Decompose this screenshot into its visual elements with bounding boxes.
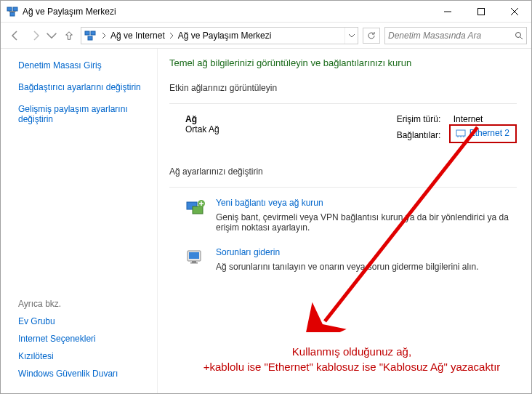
sidebar-item-sharing[interactable]: Gelişmiş paylaşım ayarlarını değiştirin [18, 104, 153, 124]
address-dropdown[interactable] [344, 28, 358, 44]
chevron-right-icon[interactable] [99, 33, 109, 39]
svg-rect-8 [456, 130, 465, 136]
network-name: Ağ [185, 114, 219, 124]
search-input[interactable] [385, 31, 512, 41]
connections-label: Bağlantılar: [397, 130, 454, 140]
window-title: Ağ ve Paylaşım Merkezi [23, 7, 431, 17]
action-desc: Ağ sorunlarını tanılayın ve onarın veya … [216, 262, 479, 272]
breadcrumb-segment[interactable]: Ağ ve Paylaşım Merkezi [177, 31, 273, 41]
sidebar: Denetim Masası Giriş Bağdaştırıcı ayarla… [1, 49, 158, 393]
maximize-button[interactable] [464, 1, 498, 23]
action-desc: Geniş bant, çevirmeli veya VPN bağlantıs… [216, 212, 517, 233]
divider [169, 103, 517, 104]
breadcrumb-segment[interactable]: Ağ ve Internet [109, 31, 166, 41]
svg-rect-0 [7, 7, 12, 11]
active-networks-heading: Etkin ağlarınızı görüntüleyin [169, 83, 517, 93]
page-title: Temel ağ bilgilerinizi görüntüleyin ve b… [169, 57, 517, 68]
svg-rect-1 [13, 7, 17, 11]
network-block: Ağ Ortak Ağ Erişim türü: Internet Bağlan… [169, 114, 517, 146]
svg-rect-10 [193, 206, 203, 214]
change-settings-heading: Ağ ayarlarınızı değiştirin [169, 166, 517, 177]
up-button[interactable] [60, 27, 78, 44]
connection-highlight-box: Ethernet 2 [449, 124, 517, 143]
annotation-line: Kullanmış olduğunuz ağ, [180, 344, 524, 359]
search-box[interactable] [384, 27, 527, 44]
svg-rect-14 [192, 261, 196, 262]
access-type-value: Internet [454, 114, 483, 124]
network-center-icon [84, 30, 96, 41]
action-title[interactable]: Sorunları giderin [216, 247, 479, 257]
svg-rect-5 [91, 31, 95, 35]
title-bar: Ağ ve Paylaşım Merkezi [1, 1, 531, 23]
access-type-label: Erişim türü: [397, 114, 454, 124]
annotation-line: +kablolu ise "Ethernet" kablosuz ise "Ka… [180, 359, 524, 374]
network-center-icon [7, 6, 18, 17]
address-bar[interactable]: Ağ ve Internet Ağ ve Paylaşım Merkezi [81, 27, 358, 44]
svg-rect-13 [189, 252, 199, 259]
connection-link[interactable]: Ethernet 2 [469, 128, 509, 138]
sidebar-item-inetopt[interactable]: Internet Seçenekleri [18, 334, 153, 344]
content-pane: Temel ağ bilgilerinizi görüntüleyin ve b… [158, 49, 531, 393]
history-dropdown[interactable] [46, 25, 57, 46]
svg-rect-6 [88, 36, 92, 40]
divider [169, 187, 517, 188]
sidebar-item-firewall[interactable]: Windows Güvenlik Duvarı [18, 369, 153, 379]
nav-bar: Ağ ve Internet Ağ ve Paylaşım Merkezi [1, 23, 531, 49]
chevron-right-icon[interactable] [166, 33, 177, 39]
svg-point-7 [516, 32, 521, 37]
svg-rect-2 [10, 12, 15, 16]
action-troubleshoot: Sorunları giderin Ağ sorunlarını tanılay… [169, 247, 517, 272]
sidebar-item-irda[interactable]: Kızılötesi [18, 351, 153, 361]
sidebar-item-adapter[interactable]: Bağdaştırıcı ayarlarını değiştirin [18, 82, 153, 92]
network-type: Ortak Ağ [185, 124, 219, 134]
sidebar-item-home[interactable]: Denetim Masası Giriş [18, 60, 153, 71]
new-connection-icon [185, 198, 206, 218]
ethernet-icon [455, 127, 467, 139]
see-also-heading: Ayrıca bkz. [18, 299, 153, 309]
action-title[interactable]: Yeni bağlantı veya ağ kurun [216, 198, 517, 208]
refresh-button[interactable] [363, 28, 380, 44]
close-button[interactable] [498, 1, 531, 23]
svg-rect-3 [478, 8, 485, 15]
minimize-button[interactable] [431, 1, 464, 23]
search-icon[interactable] [512, 31, 526, 40]
troubleshoot-icon [185, 247, 206, 268]
sidebar-item-homegroup[interactable]: Ev Grubu [18, 316, 153, 326]
svg-rect-4 [85, 31, 89, 35]
action-new-connection: Yeni bağlantı veya ağ kurun Geniş bant, … [169, 198, 517, 233]
forward-button[interactable] [25, 25, 46, 46]
svg-rect-15 [190, 262, 198, 264]
back-button[interactable] [5, 25, 25, 46]
annotation-text: Kullanmış olduğunuz ağ, +kablolu ise "Et… [180, 344, 524, 374]
